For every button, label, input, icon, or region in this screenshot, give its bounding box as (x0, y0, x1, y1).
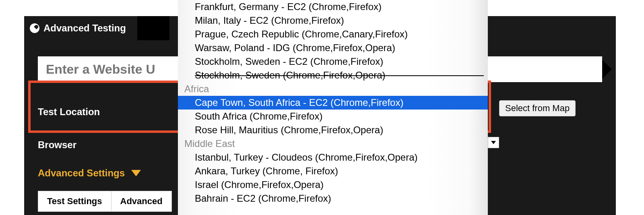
location-option[interactable]: Rose Hill, Mauritius (Chrome,Firefox,Ope… (178, 123, 488, 137)
location-option[interactable]: Warsaw, Poland - IDG (Chrome,Firefox,Ope… (178, 41, 488, 55)
location-option[interactable]: Stockholm, Sweden (Chrome,Firefox,Opera) (178, 68, 488, 82)
advanced-settings-label: Advanced Settings (38, 167, 125, 179)
location-option[interactable]: Ankara, Turkey (Chrome, Firefox) (178, 164, 488, 178)
chevron-down-icon (131, 170, 141, 176)
location-option[interactable]: Milan, Italy - EC2 (Chrome,Firefox) (178, 14, 488, 27)
chevron-down-icon (491, 141, 496, 144)
location-option[interactable]: South Africa (Chrome,Firefox) (178, 110, 488, 123)
submit-arrow-icon[interactable] (602, 60, 612, 79)
location-option[interactable]: Israel (Chrome,Firefox,Opera) (178, 178, 488, 192)
location-dropdown[interactable]: Amsterdam, NL - GCE (Chrome,Firefox)Fran… (178, 0, 488, 215)
location-option[interactable]: Prague, Czech Republic (Chrome,Canary,Fi… (178, 27, 488, 41)
gauge-icon (30, 23, 39, 33)
location-option[interactable]: Cape Town, South Africa - EC2 (Chrome,Fi… (178, 96, 488, 110)
location-option[interactable]: Stockholm, Sweden - EC2 (Chrome,Firefox) (178, 55, 488, 68)
location-option[interactable]: Istanbul, Turkey - Cloudeos (Chrome,Fire… (178, 151, 488, 164)
tab-label: Advanced Testing (43, 23, 126, 34)
tab-test-settings[interactable]: Test Settings (38, 191, 111, 212)
location-group-header: Africa (178, 82, 488, 96)
select-from-map-button[interactable]: Select from Map (499, 100, 576, 116)
tab-advanced-testing[interactable]: Advanced Testing (24, 16, 137, 40)
browser-select-chevron[interactable] (488, 137, 499, 148)
tab-advanced[interactable]: Advanced (111, 191, 172, 212)
tab-inactive[interactable] (137, 16, 169, 40)
location-option[interactable]: Bahrain - EC2 (Chrome,Firefox) (178, 192, 488, 205)
location-option[interactable]: Frankfurt, Germany - EC2 (Chrome,Firefox… (178, 0, 488, 14)
location-group-header: Middle East (178, 137, 488, 151)
